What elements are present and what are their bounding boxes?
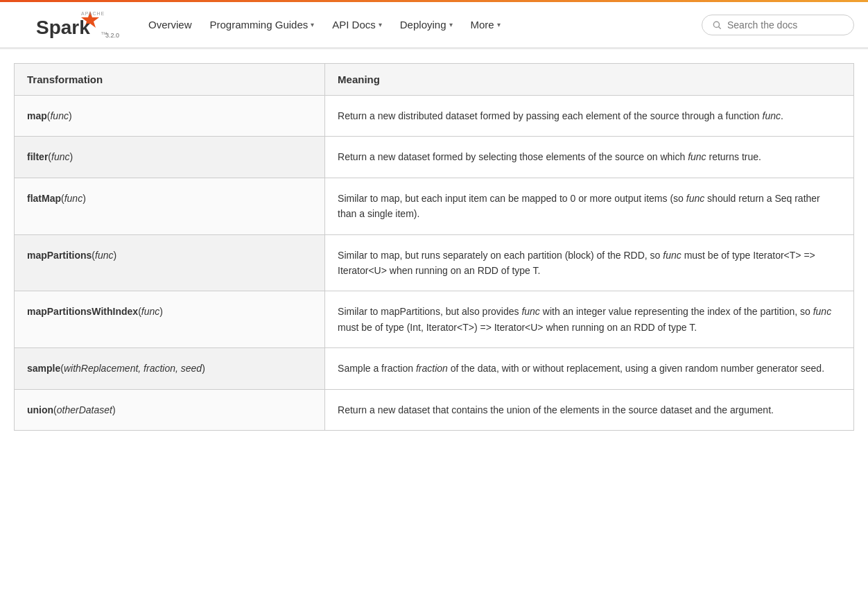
table-row: mapPartitionsWithIndex(func)Similar to m… [15,291,854,348]
transformation-params: func [95,250,113,261]
transformation-name: sample [27,363,60,374]
meaning-cell: Return a new distributed dataset formed … [325,96,854,137]
table-row: mapPartitions(func)Similar to map, but r… [15,234,854,291]
meaning-italic: func [763,110,781,121]
table-header-row: Transformation Meaning [15,64,854,96]
table-row: flatMap(func)Similar to map, but each in… [15,178,854,234]
navbar: APACHE Spark ™ 3.2.0 Overview Programmin… [0,2,868,49]
nav-overview[interactable]: Overview [141,15,199,35]
main-content: Transformation Meaning map(func)Return a… [0,63,868,452]
nav-programming-guides[interactable]: Programming Guides ▾ [203,15,322,35]
table-row: sample(withReplacement, fraction, seed)S… [15,348,854,389]
transformation-name: mapPartitionsWithIndex [27,306,138,317]
meaning-italic: fraction [416,363,448,374]
meaning-italic: func [663,250,681,261]
meaning-italic: func [688,151,706,162]
col-meaning-header: Meaning [325,64,854,96]
transformations-table: Transformation Meaning map(func)Return a… [14,63,854,431]
logo-link[interactable]: APACHE Spark ™ 3.2.0 [14,8,125,42]
search-icon [712,20,722,30]
transformation-cell: filter(func) [15,137,325,178]
meaning-cell: Sample a fraction fraction of the data, … [325,348,854,389]
transformation-params: withReplacement, fraction, seed [64,363,202,374]
chevron-down-icon: ▾ [311,21,314,28]
svg-text:Spark: Spark [36,17,90,38]
svg-text:APACHE: APACHE [81,11,105,16]
svg-text:3.2.0: 3.2.0 [105,32,119,39]
transformation-params: func [50,110,68,121]
table-row: filter(func)Return a new dataset formed … [15,137,854,178]
search-input[interactable] [727,19,844,31]
transformation-cell: mapPartitionsWithIndex(func) [15,291,325,348]
meaning-italic: func [521,306,539,317]
meaning-italic: func [686,193,704,204]
transformation-params: func [141,306,159,317]
transformation-name: filter [27,151,48,162]
spark-logo: APACHE Spark ™ 3.2.0 [14,8,125,42]
col-transformation-header: Transformation [15,64,325,96]
search-box[interactable] [702,15,854,35]
transformation-cell: union(otherDataset) [15,389,325,430]
transformation-name: union [27,404,53,415]
meaning-cell: Return a new dataset formed by selecting… [325,137,854,178]
transformation-cell: sample(withReplacement, fraction, seed) [15,348,325,389]
transformation-name: mapPartitions [27,250,92,261]
transformation-params: func [51,151,69,162]
meaning-cell: Similar to map, but runs separately on e… [325,234,854,291]
transformation-params: func [64,193,83,204]
meaning-cell: Similar to mapPartitions, but also provi… [325,291,854,348]
nav-more[interactable]: More ▾ [464,15,507,35]
transformation-cell: mapPartitions(func) [15,234,325,291]
nav-deploying[interactable]: Deploying ▾ [393,15,460,35]
transformation-name: map [27,110,47,121]
chevron-down-icon: ▾ [449,21,453,28]
transformation-cell: flatMap(func) [15,178,325,234]
transformation-name: flatMap [27,193,61,204]
transformation-params: otherDataset [57,404,112,415]
meaning-cell: Similar to map, but each input item can … [325,178,854,234]
table-row: map(func)Return a new distributed datase… [15,96,854,137]
nav-links: Overview Programming Guides ▾ API Docs ▾… [141,15,685,35]
nav-api-docs[interactable]: API Docs ▾ [325,15,389,35]
svg-line-6 [719,26,721,28]
table-row: union(otherDataset)Return a new dataset … [15,389,854,430]
chevron-down-icon: ▾ [497,21,501,28]
meaning-italic-2: func [813,306,831,317]
transformation-cell: map(func) [15,96,325,137]
meaning-cell: Return a new dataset that contains the u… [325,389,854,430]
chevron-down-icon: ▾ [379,21,382,28]
